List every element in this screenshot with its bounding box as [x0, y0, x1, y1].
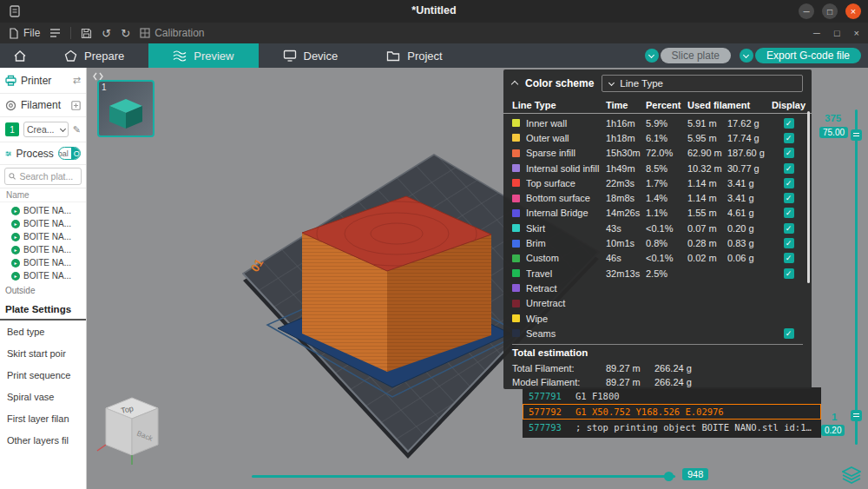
- home-tab[interactable]: [0, 43, 40, 68]
- minimize-button[interactable]: ─: [799, 3, 814, 19]
- object-visibility-icon[interactable]: ▸: [11, 220, 20, 228]
- tab-preview-label: Preview: [194, 50, 233, 63]
- plate-settings-list: Bed type Skirt start poir Print sequence…: [0, 320, 86, 451]
- calibration-menu[interactable]: Calibration: [140, 27, 204, 39]
- display-checkbox[interactable]: ✓: [784, 148, 794, 158]
- line-type-name: Top surface: [526, 178, 606, 188]
- collapse-panel-icon[interactable]: [511, 81, 518, 88]
- gcode-line[interactable]: 577791 G1 F1800: [523, 388, 821, 404]
- moves-slider-handle[interactable]: [664, 472, 674, 481]
- close-button[interactable]: ×: [845, 3, 861, 19]
- object-tree-item[interactable]: ▸ BOITE NA...: [11, 269, 86, 282]
- object-visibility-icon[interactable]: ▸: [11, 233, 20, 241]
- line-type-table: Inner wall 1h16m 5.9% 5.91 m 17.62 g ✓ O…: [503, 116, 812, 340]
- object-tree-item[interactable]: ▸ BOITE NA...: [11, 204, 86, 217]
- redo-icon[interactable]: ↻: [121, 27, 130, 40]
- export-options-chevron[interactable]: [740, 49, 753, 63]
- tab-project[interactable]: Project: [362, 43, 466, 68]
- table-row: Internal solid infill 1h49m 8.5% 10.32 m…: [503, 161, 812, 175]
- edit-filament-icon[interactable]: ✎: [73, 124, 81, 135]
- filament-section[interactable]: Filament: [0, 94, 86, 117]
- maximize-button[interactable]: □: [822, 3, 838, 19]
- line-type-name: Brim: [526, 238, 606, 248]
- filament-preset-select[interactable]: Crea...: [23, 122, 69, 137]
- display-checkbox[interactable]: ✓: [784, 268, 794, 279]
- object-visibility-icon[interactable]: ▸: [11, 272, 20, 281]
- tab-prepare[interactable]: Prepare: [40, 43, 148, 68]
- display-checkbox[interactable]: ✓: [784, 238, 794, 248]
- process-objects-option[interactable]: Obj: [71, 148, 80, 159]
- line-type-weight: 4.61 g: [727, 208, 774, 218]
- line-type-time: 15h30m: [606, 148, 646, 158]
- search-input[interactable]: [19, 171, 77, 182]
- divider: [512, 344, 803, 345]
- layer-slider-top-handle[interactable]: [851, 129, 862, 141]
- undo-icon[interactable]: ↺: [102, 27, 111, 40]
- plate-setting-label[interactable]: Other layers fil: [0, 429, 86, 451]
- object-tree-item[interactable]: ▸ BOITE NA...: [11, 230, 86, 243]
- plate-search[interactable]: [4, 168, 82, 185]
- display-checkbox[interactable]: ✓: [784, 133, 794, 143]
- object-tree-item[interactable]: ▸ BOITE NA...: [11, 217, 86, 230]
- layer-slider-track[interactable]: [855, 109, 858, 445]
- printer-sync-icon[interactable]: ⇄: [73, 75, 81, 86]
- slice-options-chevron[interactable]: [645, 49, 659, 63]
- object-tree-item[interactable]: ▸ BOITE NA...: [11, 243, 86, 256]
- process-section[interactable]: Process Global Obj: [0, 142, 86, 165]
- display-checkbox[interactable]: ✓: [784, 208, 794, 218]
- display-checkbox[interactable]: ✓: [784, 328, 794, 339]
- add-filament-icon[interactable]: [71, 101, 81, 110]
- plate-setting-label[interactable]: First layer filan: [0, 407, 86, 429]
- chevron-down-icon: [608, 79, 615, 85]
- display-checkbox[interactable]: ✓: [784, 193, 794, 203]
- panel-scrollbar[interactable]: [807, 111, 810, 283]
- file-menu[interactable]: File: [9, 27, 40, 39]
- total-label: Model Filament:: [512, 377, 606, 387]
- object-visibility-icon[interactable]: ▸: [11, 246, 20, 254]
- plate-setting-label[interactable]: Skirt start poir: [0, 342, 86, 364]
- object-tree-item[interactable]: ▸ BOITE NA...: [11, 256, 86, 269]
- line-type-weight: 3.41 g: [727, 193, 774, 203]
- display-checkbox[interactable]: ✓: [784, 253, 794, 263]
- line-type-time: 10m1s: [606, 238, 646, 248]
- plate-thumbnail[interactable]: 1: [97, 80, 155, 137]
- export-gcode-button[interactable]: Export G-code file: [755, 48, 861, 63]
- plate-setting-label[interactable]: Bed type: [0, 320, 86, 342]
- tab-preview[interactable]: Preview: [148, 43, 258, 68]
- display-checkbox[interactable]: ✓: [784, 163, 794, 174]
- filament-color-badge[interactable]: 1: [5, 122, 19, 136]
- plate-setting-label[interactable]: Print sequence: [0, 364, 86, 386]
- line-type-weight: 17.74 g: [727, 133, 774, 143]
- tab-device[interactable]: Device: [259, 43, 363, 68]
- display-checkbox[interactable]: ✓: [784, 178, 794, 188]
- line-type-length: 5.95 m: [687, 133, 727, 143]
- layer-slider-bottom-handle[interactable]: [851, 410, 862, 421]
- line-type-percent: 0.8%: [646, 238, 687, 248]
- slice-plate-button[interactable]: Slice plate: [661, 48, 731, 63]
- window-minimize-icon[interactable]: ─: [813, 28, 820, 38]
- printer-section[interactable]: Printer ⇄: [0, 68, 86, 94]
- object-visibility-icon[interactable]: ▸: [11, 259, 20, 268]
- gcode-line[interactable]: 577793 ; stop printing object BOITE NANO…: [523, 420, 821, 435]
- layers-icon[interactable]: [842, 466, 861, 484]
- object-visibility-icon[interactable]: ▸: [11, 207, 20, 215]
- moves-slider-track[interactable]: [252, 475, 675, 478]
- list-icon[interactable]: [49, 28, 61, 38]
- line-type-swatch: [512, 149, 520, 157]
- display-checkbox[interactable]: ✓: [784, 118, 794, 129]
- save-icon[interactable]: [81, 28, 92, 39]
- gcode-line-number: 577791: [529, 391, 569, 401]
- moves-slider[interactable]: [252, 472, 675, 481]
- view-mode-select[interactable]: Line Type: [602, 75, 803, 92]
- line-type-name: Seams: [526, 328, 606, 339]
- process-scope-toggle[interactable]: Global Obj: [58, 147, 81, 160]
- line-type-name: Internal solid infill: [526, 163, 606, 174]
- window-title: *Untitled: [0, 4, 868, 17]
- plate-setting-label[interactable]: Spiral vase: [0, 386, 86, 407]
- window-restore-icon[interactable]: □: [834, 28, 840, 38]
- window-close-icon[interactable]: ×: [854, 28, 859, 38]
- line-type-percent: <0.1%: [646, 223, 687, 234]
- process-global-option[interactable]: Global: [59, 148, 71, 159]
- gcode-line[interactable]: 577792 G1 X50.752 Y168.526 E.02976: [523, 404, 821, 420]
- display-checkbox[interactable]: ✓: [784, 223, 794, 234]
